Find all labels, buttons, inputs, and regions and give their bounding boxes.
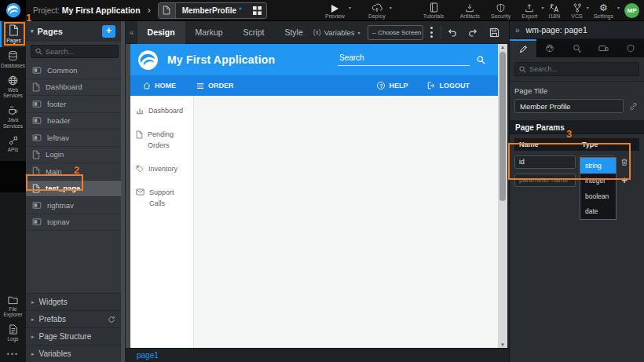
type-option-date[interactable]: date	[580, 204, 616, 220]
variables-dropdown[interactable]: (x) Variables ▾	[313, 28, 360, 37]
artifacts-button[interactable]: Artifacts	[460, 0, 480, 21]
sidebar-item-web-services[interactable]: Web Services	[0, 72, 26, 103]
sidebar-item-java-services[interactable]: Java Services	[0, 102, 26, 133]
save-icon[interactable]	[489, 27, 499, 38]
type-option-integer[interactable]: integer	[580, 174, 616, 189]
pages-search-wrap	[26, 42, 125, 62]
tab-design[interactable]: Design	[137, 21, 185, 44]
pages-panel-scrollbar[interactable]	[121, 21, 125, 362]
preview-content-area[interactable]	[194, 96, 498, 348]
bind-link-icon[interactable]	[629, 102, 638, 111]
section-prefabs[interactable]: ▸Prefabs	[26, 310, 121, 327]
page-item-header[interactable]: header	[26, 113, 121, 130]
refresh-icon[interactable]	[108, 316, 115, 324]
menu-item-dashboard[interactable]: Dashboard	[136, 106, 188, 117]
user-avatar[interactable]: MP	[624, 3, 639, 18]
app-preview: My First Application Search HOME ORDER ?…	[130, 44, 498, 348]
deploy-button[interactable]: Deploy▾	[368, 0, 386, 21]
preview-button[interactable]: Preview▾	[325, 0, 345, 21]
preview-search-input[interactable]: Search	[338, 53, 470, 66]
scroll-down-icon[interactable]: ▼	[498, 342, 507, 347]
tutorials-button[interactable]: Tutorials	[423, 0, 445, 21]
pages-search-box[interactable]	[31, 45, 119, 58]
scroll-up-icon[interactable]: ▲	[498, 45, 507, 49]
more-options-icon[interactable]: •••	[0, 346, 26, 362]
more-menu-icon[interactable]	[430, 27, 433, 38]
menu-item-support-calls[interactable]: Support Calls	[136, 188, 188, 210]
grid-view-icon[interactable]	[253, 6, 262, 15]
page-item-login[interactable]: Login	[26, 147, 121, 164]
tab-devices[interactable]	[591, 39, 617, 57]
tab-properties[interactable]	[510, 39, 536, 57]
settings-button[interactable]: ⚙ Settings▾	[594, 0, 613, 21]
menu-item-inventory[interactable]: Inventory	[136, 164, 188, 175]
breadcrumb-page1[interactable]: page1	[137, 351, 159, 360]
vcs-button[interactable]: VCS▾	[571, 0, 582, 21]
page-title-input[interactable]	[514, 99, 624, 113]
inspector-search-input[interactable]	[529, 65, 635, 73]
palette-icon	[545, 44, 554, 53]
section-variables[interactable]: ▸Variables	[26, 345, 121, 362]
collapse-left-icon[interactable]: «	[130, 28, 134, 37]
inspector-search-box[interactable]	[514, 62, 639, 76]
tab-script[interactable]: Script	[233, 21, 275, 44]
page-item-topnav[interactable]: topnav	[26, 214, 121, 232]
redo-icon[interactable]	[468, 27, 478, 37]
canvas-scrollbar[interactable]: ▲ ▼	[498, 44, 507, 348]
nav-item-help[interactable]: ?HELP	[377, 82, 408, 90]
tab-markup[interactable]: Markup	[185, 21, 233, 44]
new-param-name-input[interactable]	[514, 174, 576, 187]
sidebar-item-logs[interactable]: Logs	[0, 321, 26, 346]
unsaved-indicator: *	[239, 6, 242, 15]
open-page-tab[interactable]: MemberProfile *	[158, 2, 267, 19]
app-logo-icon	[137, 49, 159, 71]
wavemaker-logo[interactable]	[0, 0, 26, 21]
i18n-button[interactable]: I18N	[549, 0, 561, 21]
chevron-down-icon: ▾	[358, 30, 360, 35]
download-icon	[465, 2, 474, 13]
nav-item-logout[interactable]: LOGOUT	[427, 82, 470, 90]
page-icon	[32, 166, 40, 176]
type-option-boolean[interactable]: boolean	[580, 188, 616, 204]
nav-item-order[interactable]: ORDER	[196, 82, 234, 90]
tab-security[interactable]	[617, 39, 644, 57]
page-item-footer[interactable]: footer	[26, 96, 121, 113]
section-widgets[interactable]: ▸Widgets	[26, 293, 121, 310]
menu-item-pending-orders[interactable]: Pending Orders	[136, 130, 188, 152]
page-item-leftnav[interactable]: leftnav	[26, 130, 121, 147]
sidebar-item-databases[interactable]: Databases	[0, 47, 26, 72]
section-page-structure[interactable]: ▸Page Structure	[26, 327, 121, 345]
search-icon	[519, 66, 526, 73]
undo-icon[interactable]	[447, 27, 457, 37]
pages-panel-header[interactable]: ▾ Pages +	[26, 21, 125, 42]
sidebar-item-file-explorer[interactable]: File Explorer	[0, 292, 26, 322]
play-icon	[331, 2, 338, 13]
shield-icon	[496, 2, 505, 13]
folder-icon	[8, 295, 18, 305]
delete-param-button[interactable]	[619, 158, 630, 166]
page-item-test-page[interactable]: test_page	[26, 181, 121, 198]
chevron-down-icon: ▾	[31, 28, 34, 35]
pages-search-input[interactable]	[46, 48, 114, 56]
collapse-right-icon[interactable]: »	[515, 26, 520, 35]
scrollbar-thumb[interactable]	[499, 52, 506, 201]
page-item-main[interactable]: Main	[26, 163, 121, 181]
add-param-button[interactable]: +	[619, 175, 630, 185]
page-item-dashboard[interactable]: Dashboard	[26, 79, 121, 97]
add-page-button[interactable]: +	[102, 25, 115, 38]
tab-styles[interactable]	[536, 39, 563, 57]
page-item-rightnav[interactable]: rightnav	[26, 197, 121, 214]
screen-size-select[interactable]: -- Choose Screen Size -- ▼	[368, 25, 424, 40]
nav-item-home[interactable]: HOME	[143, 82, 176, 90]
security-button[interactable]: Security	[491, 0, 510, 21]
type-option-string[interactable]: string	[580, 158, 616, 174]
export-button[interactable]: Export▾	[521, 0, 537, 21]
toolbar-divider	[441, 26, 441, 38]
page-item-common[interactable]: Common	[26, 62, 121, 79]
search-icon[interactable]	[477, 56, 485, 64]
tab-events[interactable]	[563, 39, 590, 57]
sidebar-item-apis[interactable]: APIs	[0, 133, 26, 156]
sidebar-item-pages[interactable]: Pages	[0, 21, 26, 47]
tab-style[interactable]: Style	[274, 21, 313, 44]
param-name-input[interactable]	[514, 155, 576, 169]
